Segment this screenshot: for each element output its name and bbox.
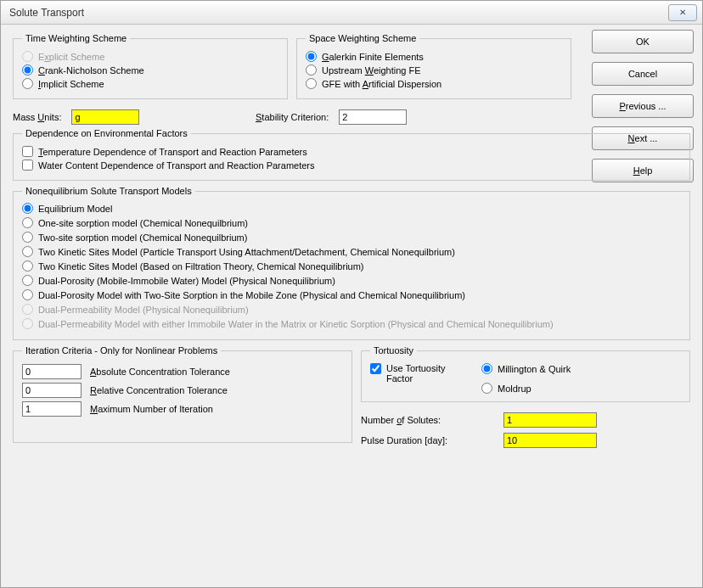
titlebar: Solute Transport ✕ xyxy=(1,1,702,25)
time-weighting-group: Time Weighting Scheme Explicit Scheme Cr… xyxy=(13,33,288,99)
noneq-option-2[interactable]: Two-site sorption model (Chemical Nonequ… xyxy=(22,232,681,244)
noneq-option-5[interactable]: Dual-Porosity (Mobile-Immobile Water) Mo… xyxy=(22,275,681,288)
noneq-models-group: Nonequilibrium Solute Transport Models E… xyxy=(13,186,690,340)
upstream-radio[interactable]: Upstream Weighting FE xyxy=(306,64,562,76)
dialog-window: Solute Transport ✕ OK Cancel Previous ..… xyxy=(0,0,703,588)
cancel-button[interactable]: Cancel xyxy=(592,62,694,86)
group-legend: Nonequilibrium Solute Transport Models xyxy=(22,186,195,196)
group-legend: Tortuosity xyxy=(370,345,417,356)
tortuosity-group: Tortuosity Use Tortuosity Factor Milling… xyxy=(361,345,690,402)
noneq-option-3[interactable]: Two Kinetic Sites Model (Particle Transp… xyxy=(22,246,681,259)
group-legend: Dependence on Environmental Factors xyxy=(22,128,191,138)
noneq-option-6[interactable]: Dual-Porosity Model with Two-Site Sorpti… xyxy=(22,289,681,302)
max-iteration-label: Maximum Number of Iteration xyxy=(90,404,213,414)
close-icon: ✕ xyxy=(679,8,686,17)
temperature-dep-check[interactable]: Temperature Dependence of Transport and … xyxy=(22,146,681,157)
relative-tolerance-input[interactable] xyxy=(22,383,82,398)
noneq-option-4[interactable]: Two Kinetic Sites Model (Based on Filtra… xyxy=(22,260,681,273)
moldrup-radio[interactable]: Moldrup xyxy=(481,383,571,394)
window-title: Solute Transport xyxy=(9,7,668,19)
relative-tolerance-label: Relative Concentration Tolerance xyxy=(90,385,228,395)
num-solutes-input[interactable] xyxy=(503,412,597,428)
noneq-option-1[interactable]: One-site sorption model (Chemical Nonequ… xyxy=(22,217,681,230)
group-legend: Space Weighting Scheme xyxy=(306,33,419,43)
mass-units-input[interactable] xyxy=(71,109,139,125)
group-legend: Iteration Criteria - Only for Nonlinear … xyxy=(22,345,221,356)
noneq-option-8: Dual-Permeability Model with either Immo… xyxy=(22,318,681,331)
env-factors-group: Dependence on Environmental Factors Temp… xyxy=(13,128,690,181)
implicit-scheme-radio[interactable]: Implicit Scheme xyxy=(22,78,278,89)
gfe-artificial-radio[interactable]: GFE with Artificial Dispersion xyxy=(306,78,562,89)
absolute-tolerance-input[interactable] xyxy=(22,364,82,379)
ok-button[interactable]: OK xyxy=(592,30,694,53)
close-button[interactable]: ✕ xyxy=(668,4,697,21)
group-legend: Time Weighting Scheme xyxy=(22,33,130,43)
water-content-dep-check[interactable]: Water Content Dependence of Transport an… xyxy=(22,160,681,171)
explicit-scheme-radio: Explicit Scheme xyxy=(22,51,278,62)
previous-button[interactable]: Previous ... xyxy=(592,94,694,118)
use-tortuosity-check[interactable]: Use Tortuosity Factor xyxy=(370,363,471,384)
dialog-content: OK Cancel Previous ... Next ... Help Tim… xyxy=(1,25,702,587)
absolute-tolerance-label: Absolute Concentration Tolerance xyxy=(90,367,230,377)
space-weighting-group: Space Weighting Scheme Galerkin Finite E… xyxy=(296,33,571,99)
millington-quirk-radio[interactable]: Millington & Quirk xyxy=(481,363,571,374)
max-iteration-input[interactable] xyxy=(22,401,82,417)
noneq-option-0[interactable]: Equilibrium Model xyxy=(22,203,681,216)
stability-input[interactable] xyxy=(339,109,407,125)
num-solutes-label: Number of Solutes: xyxy=(361,415,497,425)
mass-units-label: Mass Units: xyxy=(13,112,61,122)
crank-nicholson-radio[interactable]: Crank-Nicholson Scheme xyxy=(22,64,278,76)
galerkin-radio[interactable]: Galerkin Finite Elements xyxy=(306,51,562,62)
mass-stability-row: Mass Units: Stability Criterion: xyxy=(13,109,571,125)
iteration-criteria-group: Iteration Criteria - Only for Nonlinear … xyxy=(13,345,352,443)
pulse-duration-label: Pulse Duration [day]: xyxy=(361,435,497,445)
pulse-duration-input[interactable] xyxy=(503,433,597,448)
stability-label: Stability Criterion: xyxy=(256,112,329,122)
noneq-option-7: Dual-Permeability Model (Physical Nonequ… xyxy=(22,304,681,316)
